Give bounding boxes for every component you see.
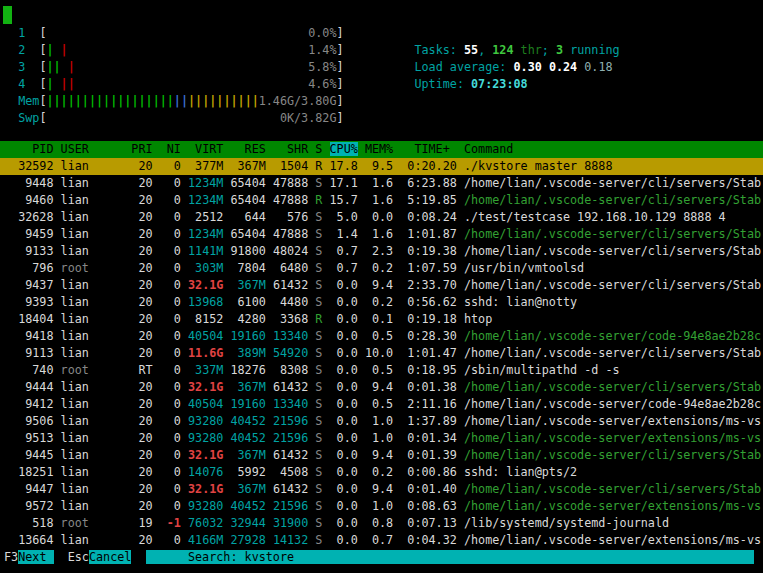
process-row-9445[interactable]: 9445 lian 20 0 32.1G 367M 61432 S 0.0 9.…	[0, 447, 763, 464]
process-row-9412[interactable]: 9412 lian 20 0 40504 19160 13340 S 0.0 0…	[0, 396, 763, 413]
cell-shr: 21596	[273, 499, 308, 513]
cell-command: /usr/bin/vmtoolsd	[464, 261, 584, 275]
tasks-line: Tasks: 55, 124 thr; 3 running	[372, 25, 620, 42]
meter-track: || |5.8%	[46, 59, 336, 76]
cell-time: 0:56.62	[400, 295, 457, 309]
cell-res: 6100	[230, 295, 265, 309]
meter-cpu-2: 2 [| |1.4%]	[4, 42, 344, 59]
column-header-ni[interactable]: NI	[160, 142, 181, 156]
cell-cpu: 0.0	[330, 533, 358, 547]
cell-state: S	[315, 278, 322, 292]
cell-cpu: 0.0	[330, 380, 358, 394]
function-cancel[interactable]: EscCancel	[68, 550, 132, 564]
cell-mem: 1.6	[365, 227, 393, 241]
cell-mem: 2.3	[365, 244, 393, 258]
process-row-518[interactable]: 518 root 19 -1 76032 32944 31900 S 0.0 0…	[0, 515, 763, 532]
cell-pri: 20	[131, 380, 152, 394]
search-bar[interactable]: Search: kvstore	[146, 550, 754, 564]
column-header-command[interactable]: Command	[464, 142, 514, 156]
cell-res: 19160	[230, 329, 265, 343]
process-row-18404[interactable]: 18404 lian 20 0 8152 4280 3368 R 0.0 0.1…	[0, 311, 763, 328]
cell-user: root	[61, 261, 125, 275]
cell-mem: 9.4	[365, 380, 393, 394]
function-label: Cancel	[89, 550, 131, 564]
cell-virt: 303M	[188, 261, 223, 275]
meter-bar: |	[54, 94, 61, 108]
cell-time: 0:01.39	[400, 448, 457, 462]
cell-command: /home/lian/.vscode-server/cli/servers/St…	[464, 482, 761, 496]
cell-command: ./test/testcase 192.168.10.129 8888 4	[464, 210, 726, 224]
process-row-18251[interactable]: 18251 lian 20 0 14076 5992 4508 S 0.0 0.…	[0, 464, 763, 481]
cell-time: 0:19.38	[400, 244, 457, 258]
cell-state: S	[315, 363, 322, 377]
cell-ni: 0	[160, 261, 181, 275]
cell-state: R	[315, 193, 322, 207]
process-row-9572[interactable]: 9572 lian 20 0 93280 40452 21596 S 0.0 1…	[0, 498, 763, 515]
process-row-796[interactable]: 796 root 20 0 303M 7804 6480 S 0.7 0.2 1…	[0, 260, 763, 277]
column-header-pid[interactable]: PID	[4, 142, 54, 156]
meter-value-text: 4.6%	[308, 76, 336, 93]
process-row-740[interactable]: 740 root RT 0 337M 18276 8308 S 0.0 0.5 …	[0, 362, 763, 379]
process-row-9506[interactable]: 9506 lian 20 0 93280 40452 21596 S 0.0 1…	[0, 413, 763, 430]
cell-state: S	[315, 329, 322, 343]
process-row-9444[interactable]: 9444 lian 20 0 32.1G 367M 61432 S 0.0 9.…	[0, 379, 763, 396]
cell-state: S	[315, 431, 322, 445]
cell-pid: 9447	[4, 482, 54, 496]
meter-cpu-3: 3 [|| |5.8%]	[4, 59, 344, 76]
process-row-9418[interactable]: 9418 lian 20 0 40504 19160 13340 S 0.0 0…	[0, 328, 763, 345]
process-row-9133[interactable]: 9133 lian 20 0 1141M 91800 48024 S 0.7 2…	[0, 243, 763, 260]
meter-label: 4	[4, 77, 39, 91]
column-header-state[interactable]: S	[315, 142, 322, 156]
process-row-9460[interactable]: 9460 lian 20 0 1234M 65404 47888 R 15.7 …	[0, 192, 763, 209]
cell-user: lian	[61, 244, 125, 258]
cell-user: lian	[61, 295, 125, 309]
cell-command: /home/lian/.vscode-server/extensions/ms-…	[464, 533, 761, 547]
cell-user: root	[61, 363, 125, 377]
cell-user: lian	[61, 176, 125, 190]
function-next[interactable]: F3Next	[4, 550, 54, 564]
cell-shr: 13340	[273, 329, 308, 343]
process-row-9459[interactable]: 9459 lian 20 0 1234M 65404 47888 S 1.4 1…	[0, 226, 763, 243]
cell-pid: 9418	[4, 329, 54, 343]
meter-label: 3	[4, 60, 39, 74]
cell-user: lian	[61, 210, 125, 224]
cell-pid: 18404	[4, 312, 54, 326]
cell-virt: 2512	[188, 210, 223, 224]
cell-state: S	[315, 176, 322, 190]
column-header-virt[interactable]: VIRT	[188, 142, 223, 156]
meter-label: 2	[4, 43, 39, 57]
column-header-pri[interactable]: PRI	[131, 142, 152, 156]
cell-shr: 3368	[273, 312, 308, 326]
process-row-9393[interactable]: 9393 lian 20 0 13968 6100 4480 S 0.0 0.2…	[0, 294, 763, 311]
cell-command: /home/lian/.vscode-server/code-94e8ae2b2…	[464, 397, 761, 411]
process-row-32592[interactable]: 32592 lian 20 0 377M 367M 1504 R 17.8 9.…	[0, 158, 763, 175]
cell-command: sshd: lian@pts/2	[464, 465, 577, 479]
process-row-9513[interactable]: 9513 lian 20 0 93280 40452 21596 S 0.0 1…	[0, 430, 763, 447]
cell-res: 18276	[230, 363, 265, 377]
column-header-mem[interactable]: MEM%	[365, 142, 393, 156]
column-header-cpu[interactable]: CPU%	[330, 142, 358, 156]
column-header-res[interactable]: RES	[230, 142, 265, 156]
process-row-9113[interactable]: 9113 lian 20 0 11.6G 389M 54920 S 0.0 10…	[0, 345, 763, 362]
column-header-user[interactable]: USER	[61, 142, 125, 156]
cell-cpu: 0.0	[330, 499, 358, 513]
table-header-row: PID USER PRI NI VIRT RES SHR S CPU% MEM%…	[0, 141, 763, 158]
cell-res: 65404	[230, 227, 265, 241]
meter-value-text: 1.46G/3.80G	[259, 93, 337, 110]
cell-pri: 20	[131, 278, 152, 292]
meter-bar: |	[61, 77, 68, 91]
cell-command: /home/lian/.vscode-server/extensions/ms-…	[464, 499, 761, 513]
meter-bar: |	[46, 60, 53, 74]
column-header-time[interactable]: TIME+	[400, 142, 457, 156]
cell-user: lian	[61, 533, 125, 547]
cell-pid: 32592	[4, 159, 54, 173]
cell-virt: 32.1G	[188, 448, 223, 462]
process-row-9447[interactable]: 9447 lian 20 0 32.1G 367M 61432 S 0.0 9.…	[0, 481, 763, 498]
cell-pid: 9437	[4, 278, 54, 292]
process-row-9448[interactable]: 9448 lian 20 0 1234M 65404 47888 S 17.1 …	[0, 175, 763, 192]
process-row-13664[interactable]: 13664 lian 20 0 4166M 27928 14132 S 0.0 …	[0, 532, 763, 549]
meter-value-text: 1.4%	[308, 42, 336, 59]
process-row-9437[interactable]: 9437 lian 20 0 32.1G 367M 61432 S 0.0 9.…	[0, 277, 763, 294]
process-row-32628[interactable]: 32628 lian 20 0 2512 644 576 S 5.0 0.0 0…	[0, 209, 763, 226]
column-header-shr[interactable]: SHR	[273, 142, 308, 156]
